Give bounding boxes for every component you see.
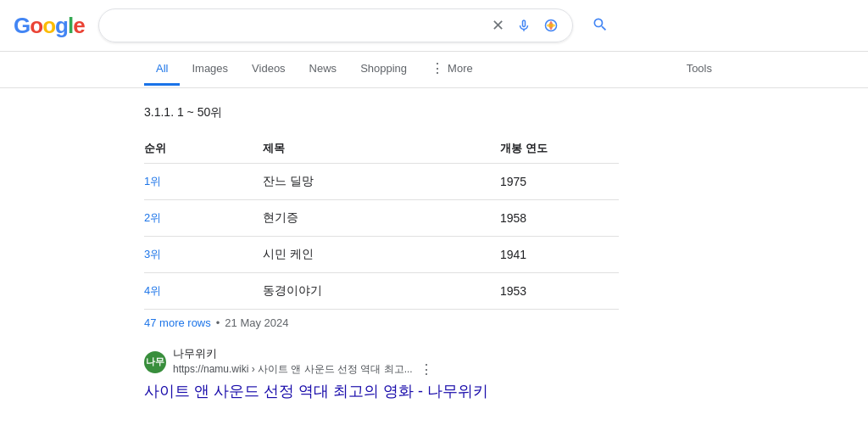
search-input[interactable]: 역사상 최고의 영화 <box>111 18 481 33</box>
table-cell-title: 잔느 딜망 <box>263 164 500 200</box>
source-url: https://namu.wiki › 사이트 앤 사운드 선정 역대 최고..… <box>173 362 413 377</box>
search-submit-button[interactable] <box>587 11 614 41</box>
search-bar: 역사상 최고의 영화 ✕ <box>98 8 573 42</box>
table-row: 2위 현기증 1958 <box>144 200 619 237</box>
tab-videos[interactable]: Videos <box>240 53 298 86</box>
table-cell-title: 현기증 <box>263 200 500 237</box>
col-header-year: 개봉 연도 <box>500 134 619 164</box>
tab-all[interactable]: All <box>144 53 180 86</box>
col-header-title: 제목 <box>263 134 500 164</box>
tab-shopping[interactable]: Shopping <box>348 53 419 86</box>
source-info: 나무위키 https://namu.wiki › 사이트 앤 사운드 선정 역대… <box>173 346 435 378</box>
rank-link[interactable]: 4위 <box>144 284 161 297</box>
source-name: 나무위키 <box>173 346 435 361</box>
table-row: 3위 시민 케인 1941 <box>144 237 619 273</box>
source-result: 나무 나무위키 https://namu.wiki › 사이트 앤 사운드 선정… <box>144 346 619 402</box>
header: Google 역사상 최고의 영화 ✕ <box>0 0 868 52</box>
microphone-button[interactable] <box>515 16 533 35</box>
col-header-rank: 순위 <box>144 134 263 164</box>
source-header: 나무 나무위키 https://namu.wiki › 사이트 앤 사운드 선정… <box>144 346 619 378</box>
table-date: 21 May 2024 <box>225 316 288 329</box>
table-cell-year: 1975 <box>500 164 619 200</box>
table-footer: 47 more rows • 21 May 2024 <box>144 316 619 329</box>
table-row: 1위 잔느 딜망 1975 <box>144 164 619 200</box>
lens-button[interactable] <box>542 16 560 35</box>
google-logo: Google <box>14 13 85 39</box>
source-url-row: https://namu.wiki › 사이트 앤 사운드 선정 역대 최고..… <box>173 361 435 378</box>
footer-dot: • <box>216 316 220 329</box>
main-content: 3.1.1. 1 ~ 50위 순위 제목 개봉 연도 1위 잔느 딜망 1975… <box>0 88 763 419</box>
more-rows-link[interactable]: 47 more rows <box>144 316 211 329</box>
table-cell-year: 1941 <box>500 237 619 273</box>
search-icons: ✕ <box>490 14 560 36</box>
results-table: 순위 제목 개봉 연도 1위 잔느 딜망 1975 2위 현기증 1958 3위… <box>144 134 619 310</box>
table-cell-title: 동경이야기 <box>263 273 500 310</box>
search-icon <box>592 16 609 33</box>
table-cell-year: 1953 <box>500 273 619 310</box>
table-row: 4위 동경이야기 1953 <box>144 273 619 310</box>
table-cell-year: 1958 <box>500 200 619 237</box>
tab-more[interactable]: ⋮ More <box>419 52 485 87</box>
tab-tools[interactable]: Tools <box>675 53 724 86</box>
source-favicon: 나무 <box>144 351 166 373</box>
result-title-link[interactable]: 사이트 앤 사운드 선정 역대 최고의 영화 - 나무위키 <box>144 383 488 400</box>
tab-news[interactable]: News <box>298 53 349 86</box>
nav-tabs: All Images Videos News Shopping ⋮ More T… <box>0 52 868 88</box>
rank-link[interactable]: 3위 <box>144 248 161 260</box>
logo-text: Google <box>14 13 85 39</box>
rank-link[interactable]: 1위 <box>144 175 161 187</box>
section-title: 3.1.1. 1 ~ 50위 <box>144 105 619 120</box>
rank-link[interactable]: 2위 <box>144 211 161 224</box>
table-cell-title: 시민 케인 <box>263 237 500 273</box>
source-menu-button[interactable]: ⋮ <box>418 361 435 378</box>
clear-button[interactable]: ✕ <box>490 14 506 36</box>
tab-images[interactable]: Images <box>180 53 240 86</box>
